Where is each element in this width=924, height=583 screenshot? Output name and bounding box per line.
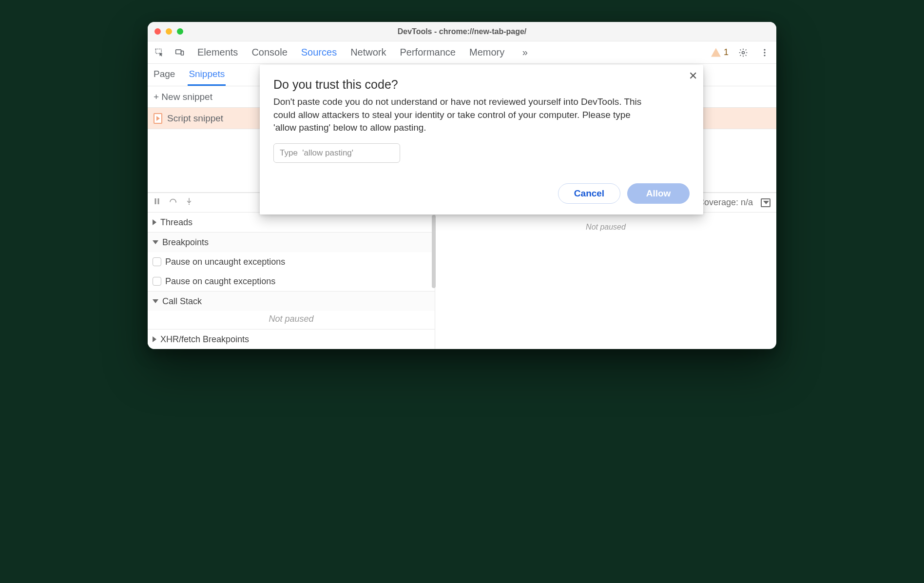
tab-sources[interactable]: Sources bbox=[301, 47, 337, 58]
tab-performance[interactable]: Performance bbox=[400, 47, 456, 58]
svg-point-4 bbox=[764, 49, 765, 50]
svg-rect-0 bbox=[156, 49, 162, 53]
section-breakpoints-label: Breakpoints bbox=[162, 237, 209, 248]
tab-memory[interactable]: Memory bbox=[469, 47, 504, 58]
chevron-right-icon bbox=[153, 336, 156, 342]
svg-rect-1 bbox=[176, 50, 181, 54]
debugger-right-column: Coverage: n/a Not paused bbox=[435, 193, 776, 349]
section-threads-label: Threads bbox=[160, 217, 192, 228]
chevrons-right-icon[interactable]: » bbox=[518, 46, 532, 59]
minimize-window-icon[interactable] bbox=[166, 28, 172, 35]
chevron-down-icon bbox=[153, 299, 158, 303]
chevron-down-icon bbox=[153, 240, 158, 244]
svg-point-5 bbox=[764, 52, 765, 53]
section-call-stack: Call Stack Not paused bbox=[148, 292, 435, 330]
subtab-snippets[interactable]: Snippets bbox=[188, 64, 226, 86]
right-not-paused: Not paused bbox=[435, 214, 776, 349]
section-breakpoints-header[interactable]: Breakpoints bbox=[148, 233, 435, 252]
titlebar: DevTools - chrome://new-tab-page/ bbox=[148, 22, 776, 41]
warning-count: 1 bbox=[724, 47, 729, 58]
vertical-scrollbar[interactable] bbox=[431, 215, 436, 345]
close-icon[interactable]: ✕ bbox=[689, 70, 697, 82]
new-snippet-label: + New snippet bbox=[154, 92, 212, 102]
tab-elements[interactable]: Elements bbox=[197, 47, 238, 58]
svg-rect-2 bbox=[181, 51, 184, 55]
inspect-icon[interactable] bbox=[153, 46, 166, 59]
devtools-window: DevTools - chrome://new-tab-page/ Elemen… bbox=[148, 22, 776, 349]
debugger-left-column: Threads Breakpoints Pause on uncaught ex… bbox=[148, 193, 435, 349]
svg-rect-8 bbox=[158, 198, 159, 204]
scrollbar-thumb[interactable] bbox=[432, 215, 436, 288]
dialog-title: Do you trust this code? bbox=[273, 78, 690, 92]
section-xhr-header[interactable]: XHR/fetch Breakpoints bbox=[148, 330, 435, 349]
chevron-right-icon bbox=[153, 219, 156, 225]
tab-network[interactable]: Network bbox=[350, 47, 386, 58]
warning-icon bbox=[711, 48, 721, 57]
breakpoint-opt-caught[interactable]: Pause on caught exceptions bbox=[148, 272, 435, 291]
snippet-file-icon bbox=[154, 113, 162, 124]
svg-point-9 bbox=[175, 201, 176, 202]
svg-point-6 bbox=[764, 55, 765, 56]
breakpoint-opt-uncaught[interactable]: Pause on uncaught exceptions bbox=[148, 252, 435, 272]
cancel-button[interactable]: Cancel bbox=[558, 183, 620, 204]
trust-code-dialog: ✕ Do you trust this code? Don't paste co… bbox=[260, 65, 703, 214]
coverage-label: Coverage: n/a bbox=[698, 197, 753, 208]
debugger-split: Threads Breakpoints Pause on uncaught ex… bbox=[148, 193, 776, 349]
close-window-icon[interactable] bbox=[154, 28, 161, 35]
section-call-stack-header[interactable]: Call Stack bbox=[148, 292, 435, 311]
step-over-icon[interactable] bbox=[168, 197, 178, 208]
subtab-page[interactable]: Page bbox=[153, 64, 176, 86]
call-stack-status: Not paused bbox=[148, 311, 435, 329]
section-breakpoints: Breakpoints Pause on uncaught exceptions… bbox=[148, 233, 435, 292]
section-threads: Threads bbox=[148, 213, 435, 233]
breakpoint-opt-caught-label: Pause on caught exceptions bbox=[165, 276, 275, 287]
section-call-stack-label: Call Stack bbox=[162, 296, 202, 307]
tab-console[interactable]: Console bbox=[251, 47, 287, 58]
pause-icon[interactable] bbox=[153, 197, 161, 208]
section-threads-header[interactable]: Threads bbox=[148, 213, 435, 232]
svg-point-10 bbox=[189, 204, 190, 205]
checkbox-icon[interactable] bbox=[153, 277, 161, 286]
dialog-body: Don't paste code you do not understand o… bbox=[273, 96, 644, 135]
svg-point-3 bbox=[742, 51, 745, 54]
gear-icon[interactable] bbox=[736, 46, 750, 59]
step-into-icon[interactable] bbox=[185, 197, 193, 208]
kebab-menu-icon[interactable] bbox=[758, 46, 771, 59]
window-traffic-lights bbox=[154, 28, 183, 35]
window-title: DevTools - chrome://new-tab-page/ bbox=[148, 27, 776, 36]
snippet-item-label: Script snippet bbox=[167, 113, 223, 124]
main-toolbar: Elements Console Sources Network Perform… bbox=[148, 41, 776, 64]
section-xhr-breakpoints: XHR/fetch Breakpoints bbox=[148, 330, 435, 349]
warnings-badge[interactable]: 1 bbox=[711, 47, 729, 58]
checkbox-icon[interactable] bbox=[153, 257, 161, 266]
svg-rect-7 bbox=[155, 198, 156, 204]
dialog-actions: Cancel Allow bbox=[273, 183, 690, 204]
allow-pasting-input[interactable] bbox=[273, 143, 400, 163]
breakpoint-opt-uncaught-label: Pause on uncaught exceptions bbox=[165, 257, 285, 267]
device-toolbar-icon[interactable] bbox=[173, 46, 187, 59]
allow-button[interactable]: Allow bbox=[627, 183, 690, 204]
panel-tabs: Elements Console Sources Network Perform… bbox=[197, 46, 532, 59]
maximize-window-icon[interactable] bbox=[177, 28, 183, 35]
coverage-dropdown-icon[interactable] bbox=[761, 198, 770, 207]
section-xhr-label: XHR/fetch Breakpoints bbox=[160, 334, 249, 345]
